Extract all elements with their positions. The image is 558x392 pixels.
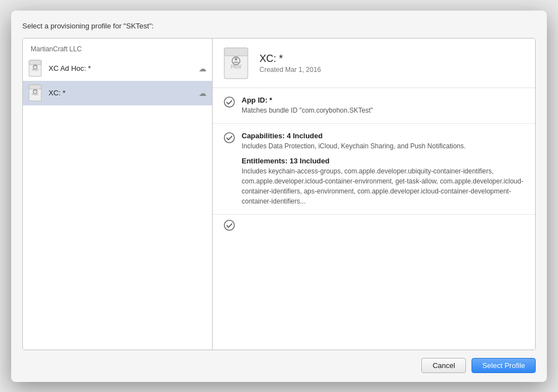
cancel-button[interactable]: Cancel bbox=[421, 358, 466, 373]
cloud-icon: ☁ bbox=[199, 64, 206, 73]
provisioning-dialog: Select a provisioning profile for "SKTes… bbox=[11, 11, 547, 382]
cloud-icon: ☁ bbox=[199, 89, 206, 98]
svg-point-13 bbox=[224, 97, 234, 107]
entitlements-title: Entitlements: 13 Included bbox=[242, 157, 524, 165]
prov-icon-large: PROV bbox=[224, 47, 252, 80]
profile-list: PROV XC Ad Hoc: * ☁ PROV bbox=[23, 56, 212, 105]
dialog-footer: Cancel Select Profile bbox=[22, 350, 536, 373]
capabilities-content: Capabilities: 4 Included Includes Data P… bbox=[242, 132, 524, 206]
right-panel: PROV XC: * Created Mar 1, 2016 bbox=[213, 38, 535, 350]
app-id-section: App ID: * Matches bundle ID "com.coryboh… bbox=[213, 88, 535, 124]
dialog-body: MartianCraft LLC PROV XC Ad Hoc: * ☁ bbox=[22, 38, 536, 350]
profile-item-name: XC Ad Hoc: * bbox=[49, 64, 194, 72]
list-item[interactable]: PROV XC: * ☁ bbox=[23, 81, 212, 105]
checkmark-icon bbox=[224, 96, 235, 108]
capabilities-section: Capabilities: 4 Included Includes Data P… bbox=[213, 124, 535, 215]
svg-rect-1 bbox=[29, 60, 41, 65]
profile-header-name: XC: * bbox=[259, 53, 321, 65]
checkmark-icon bbox=[224, 220, 235, 231]
svg-point-15 bbox=[224, 220, 234, 230]
svg-point-14 bbox=[224, 133, 234, 143]
prov-file-icon: PROV bbox=[28, 84, 44, 102]
team-label: MartianCraft LLC bbox=[23, 38, 212, 56]
svg-point-12 bbox=[235, 57, 238, 60]
entitlements-extra-section bbox=[213, 215, 535, 235]
svg-text:PROV: PROV bbox=[230, 65, 241, 70]
app-id-title: App ID: * bbox=[242, 96, 524, 104]
profile-header-info: XC: * Created Mar 1, 2016 bbox=[259, 53, 321, 74]
checkmark-icon bbox=[224, 132, 235, 143]
svg-rect-9 bbox=[224, 48, 248, 56]
svg-text:PROV: PROV bbox=[32, 93, 39, 96]
left-panel: MartianCraft LLC PROV XC Ad Hoc: * ☁ bbox=[23, 38, 213, 350]
app-id-text: Matches bundle ID "com.corybohon.SKTest" bbox=[242, 105, 524, 115]
profile-header-date: Created Mar 1, 2016 bbox=[259, 66, 321, 74]
svg-rect-5 bbox=[29, 85, 41, 89]
app-id-content: App ID: * Matches bundle ID "com.coryboh… bbox=[242, 96, 524, 115]
entitlements-text: Includes keychain-access-groups, com.app… bbox=[242, 166, 524, 206]
capabilities-title: Capabilities: 4 Included bbox=[242, 132, 524, 140]
capabilities-text: Includes Data Protection, iCloud, Keycha… bbox=[242, 141, 524, 151]
profile-item-name: XC: * bbox=[49, 89, 194, 97]
list-item[interactable]: PROV XC Ad Hoc: * ☁ bbox=[23, 56, 212, 81]
prov-file-icon: PROV bbox=[28, 60, 44, 78]
dialog-title: Select a provisioning profile for "SKTes… bbox=[22, 22, 536, 30]
select-profile-button[interactable]: Select Profile bbox=[472, 358, 536, 373]
profile-header: PROV XC: * Created Mar 1, 2016 bbox=[213, 38, 535, 88]
